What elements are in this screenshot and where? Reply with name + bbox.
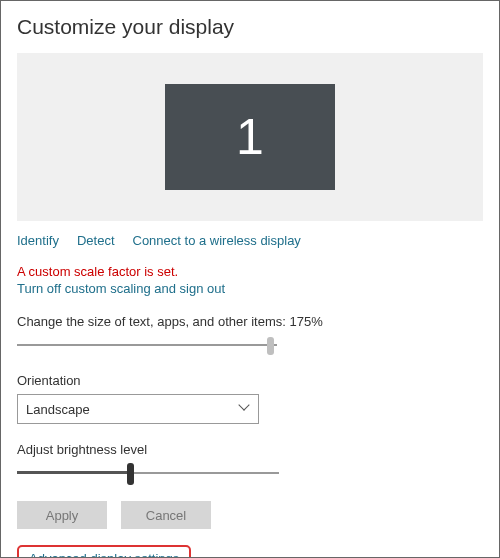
display-preview-area: 1 xyxy=(17,53,483,221)
cancel-button[interactable]: Cancel xyxy=(121,501,211,529)
page-title: Customize your display xyxy=(17,15,483,39)
scale-warning: A custom scale factor is set. xyxy=(17,264,483,279)
text-size-slider-thumb[interactable] xyxy=(267,337,274,355)
connect-wireless-link[interactable]: Connect to a wireless display xyxy=(133,233,301,248)
text-size-label: Change the size of text, apps, and other… xyxy=(17,314,483,329)
apply-button[interactable]: Apply xyxy=(17,501,107,529)
turn-off-scaling-link[interactable]: Turn off custom scaling and sign out xyxy=(17,281,225,296)
advanced-display-settings-link[interactable]: Advanced display settings xyxy=(29,551,179,558)
brightness-slider[interactable] xyxy=(17,463,279,483)
chevron-down-icon xyxy=(240,404,250,414)
text-size-slider[interactable] xyxy=(17,335,277,355)
detect-link[interactable]: Detect xyxy=(77,233,115,248)
identify-link[interactable]: Identify xyxy=(17,233,59,248)
orientation-label: Orientation xyxy=(17,373,483,388)
monitor-tile[interactable]: 1 xyxy=(165,84,335,190)
button-row: Apply Cancel xyxy=(17,501,483,529)
brightness-slider-thumb[interactable] xyxy=(127,463,134,485)
display-actions-row: Identify Detect Connect to a wireless di… xyxy=(17,233,483,248)
advanced-link-highlight: Advanced display settings xyxy=(17,545,191,558)
orientation-select[interactable]: Landscape xyxy=(17,394,259,424)
orientation-value: Landscape xyxy=(26,402,90,417)
monitor-number: 1 xyxy=(236,108,264,166)
brightness-label: Adjust brightness level xyxy=(17,442,483,457)
